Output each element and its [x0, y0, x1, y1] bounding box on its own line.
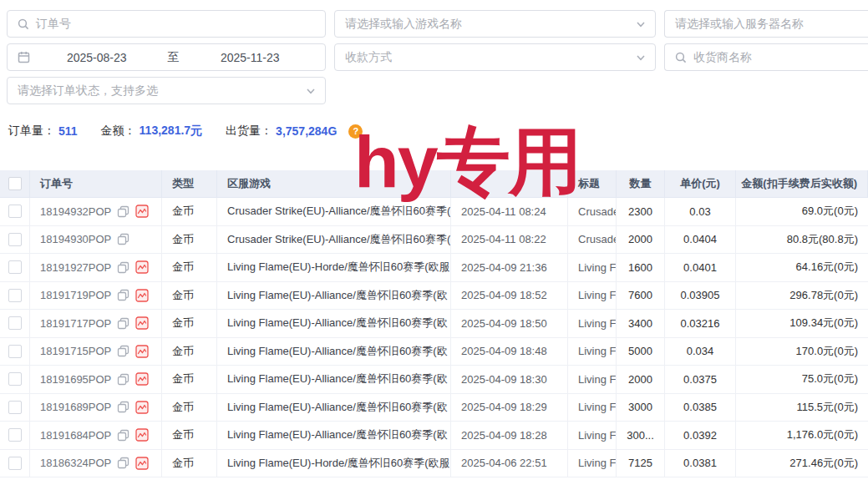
copy-icon[interactable] [117, 233, 129, 245]
row-checkbox[interactable] [8, 457, 22, 470]
amount-value: 113,281.7元 [140, 124, 203, 139]
row-checkbox[interactable] [8, 260, 22, 274]
copy-icon[interactable] [117, 261, 129, 274]
copy-icon[interactable] [117, 457, 129, 469]
select-all-checkbox-cell [0, 170, 30, 198]
order-number: 18191719POP [40, 289, 111, 301]
date-range-picker[interactable]: 2025-08-23 至 2025-11-23 [7, 43, 326, 71]
screenshot-image-icon[interactable] [135, 205, 149, 218]
copy-icon[interactable] [117, 289, 129, 301]
copy-icon[interactable] [117, 345, 129, 357]
order-number: 18194930POP [40, 233, 111, 245]
title-cell: Living Flame [568, 394, 617, 422]
game-name-select[interactable]: 请选择或输入游戏名称 [334, 10, 656, 38]
order-management-page: 订单号 请选择或输入游戏名称 请选择或输入服务器名称 2025-08-23 至 … [0, 0, 868, 485]
order-time-cell: 2025-04-09 18:28 [451, 422, 568, 450]
row-checkbox[interactable] [8, 205, 22, 218]
quantity-cell: 300... [617, 422, 665, 450]
copy-icon[interactable] [117, 401, 129, 413]
type-cell: 金币 [162, 198, 217, 226]
help-icon[interactable]: ? [348, 124, 363, 139]
game-server-cell: Living Flame(EU)-Alliance/魔兽怀旧60赛季(欧 [217, 366, 451, 394]
server-name-input[interactable]: 请选择或输入服务器名称 [664, 10, 868, 38]
amount-cell: 115.5元(0元) [736, 394, 868, 422]
row-checkbox-cell [0, 338, 30, 366]
row-checkbox[interactable] [8, 345, 22, 358]
header-type: 类型 [162, 170, 217, 198]
row-checkbox-cell [0, 282, 30, 311]
copy-icon[interactable] [117, 317, 129, 330]
title-cell: Living Flame [568, 310, 617, 338]
row-checkbox[interactable] [8, 233, 22, 246]
merchant-name-input[interactable]: 收货商名称 [664, 43, 868, 71]
quantity-cell: 7600 [617, 282, 665, 311]
order-number: 18191695POP [40, 373, 111, 386]
screenshot-image-icon[interactable] [135, 316, 149, 330]
row-checkbox[interactable] [8, 401, 22, 414]
table-row: 18191927POP金币Living Flame(EU)-Horde/魔兽怀旧… [0, 254, 868, 282]
order-time-cell: 2025-04-09 18:50 [451, 310, 568, 338]
screenshot-image-icon[interactable] [135, 345, 149, 358]
order-number-input[interactable]: 订单号 [7, 10, 326, 38]
screenshot-image-icon[interactable] [135, 372, 149, 386]
title-cell: Living Flame [568, 338, 617, 366]
header-amount: 金额(扣手续费后实收额) [736, 170, 868, 198]
game-server-cell: Crusader Strike(EU)-Alliance/魔兽怀旧60赛季(欧 [217, 226, 451, 255]
game-server-cell: Living Flame(EU)-Alliance/魔兽怀旧60赛季(欧 [217, 394, 451, 422]
row-checkbox-cell [0, 310, 30, 338]
type-cell: 金币 [162, 282, 217, 311]
screenshot-image-icon[interactable] [135, 289, 149, 302]
order-time-cell: 2025-04-09 18:29 [451, 394, 568, 422]
quantity-cell: 3400 [617, 310, 665, 338]
quantity-cell: 5000 [617, 338, 665, 366]
title-cell: Crusader Strike [568, 226, 617, 255]
unit-price-cell: 0.034 [665, 338, 736, 366]
order-number-cell: 18186324POP [30, 450, 162, 478]
date-end-value[interactable]: 2025-11-23 [190, 51, 311, 64]
order-time-cell: 2025-04-09 21:36 [451, 254, 568, 282]
row-checkbox-cell [0, 422, 30, 450]
calendar-icon [18, 51, 30, 63]
unit-price-cell: 0.03905 [665, 282, 736, 311]
type-cell: 金币 [162, 254, 217, 282]
payment-method-select[interactable]: 收款方式 [334, 43, 656, 71]
table-row: 18186324POP金币Living Flame(EU)-Horde/魔兽怀旧… [0, 450, 868, 478]
amount-cell: 69.0元(0元) [736, 198, 868, 226]
amount-cell: 170.0元(0元) [736, 338, 868, 366]
unit-price-cell: 0.0385 [665, 394, 736, 422]
order-number-cell: 18191719POP [30, 282, 162, 311]
table-row: 18191684POP金币Living Flame(EU)-Alliance/魔… [0, 422, 868, 450]
row-checkbox[interactable] [8, 372, 22, 386]
order-time-cell: 2025-04-09 18:52 [451, 282, 568, 311]
table-row: 18191695POP金币Living Flame(EU)-Alliance/魔… [0, 366, 868, 394]
game-server-cell: Living Flame(EU)-Alliance/魔兽怀旧60赛季(欧 [217, 338, 451, 366]
row-checkbox[interactable] [8, 289, 22, 302]
order-time-cell: 2025-04-11 08:22 [451, 226, 568, 255]
date-start-value[interactable]: 2025-08-23 [37, 51, 157, 64]
select-all-checkbox[interactable] [8, 177, 22, 190]
row-checkbox[interactable] [8, 428, 22, 442]
row-checkbox-cell [0, 254, 30, 282]
shipped-value: 3,757,284G [276, 124, 337, 138]
screenshot-image-icon[interactable] [135, 428, 149, 442]
merchant-name-placeholder: 收货商名称 [693, 50, 752, 65]
shipped-label: 出货量： [226, 124, 272, 139]
payment-method-placeholder: 收款方式 [345, 50, 392, 65]
copy-icon[interactable] [117, 373, 129, 386]
row-checkbox[interactable] [8, 316, 22, 330]
screenshot-image-icon[interactable] [135, 401, 149, 414]
amount-cell: 75.0元(0元) [736, 366, 868, 394]
unit-price-cell: 0.0401 [665, 254, 736, 282]
chevron-down-icon [635, 18, 647, 33]
quantity-cell: 2300 [617, 198, 665, 226]
unit-price-cell: 0.0381 [665, 450, 736, 478]
order-status-select[interactable]: 请选择订单状态，支持多选 [7, 77, 326, 104]
copy-icon[interactable] [117, 429, 129, 442]
screenshot-image-icon[interactable] [135, 260, 149, 274]
table-row: 18191719POP金币Living Flame(EU)-Alliance/魔… [0, 282, 868, 311]
title-cell: Living Flame [568, 422, 617, 450]
screenshot-image-icon[interactable] [135, 457, 149, 470]
copy-icon[interactable] [117, 205, 129, 218]
row-checkbox-cell [0, 198, 30, 226]
row-checkbox-cell [0, 226, 30, 255]
